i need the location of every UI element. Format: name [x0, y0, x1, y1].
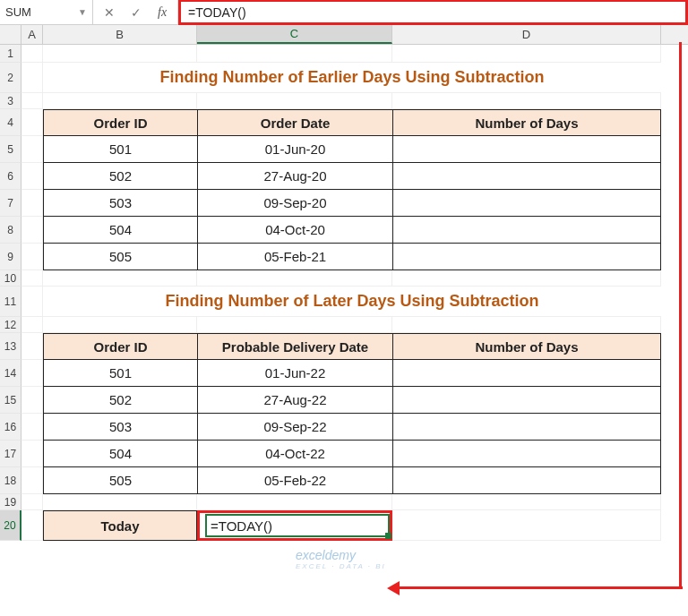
today-label-cell[interactable]: Today: [43, 510, 197, 541]
cell[interactable]: [43, 317, 197, 333]
cell[interactable]: [197, 270, 392, 287]
row-header[interactable]: 18: [0, 467, 22, 494]
enter-icon[interactable]: ✓: [131, 5, 142, 20]
row-header[interactable]: 16: [0, 414, 22, 441]
cell[interactable]: [22, 190, 43, 217]
cell-orderid[interactable]: 503: [43, 414, 197, 441]
fx-icon[interactable]: fx: [158, 5, 167, 20]
cell[interactable]: [22, 93, 43, 109]
cell[interactable]: [392, 63, 661, 93]
cell-orderid[interactable]: 505: [43, 244, 197, 270]
cell[interactable]: [392, 270, 661, 287]
cell[interactable]: [43, 270, 197, 287]
cell-orderdate[interactable]: 27-Aug-20: [197, 163, 392, 190]
cell[interactable]: Finding Number of Later Days Using Subtr…: [43, 287, 197, 317]
cell[interactable]: [22, 109, 43, 136]
row-header[interactable]: 4: [0, 109, 22, 136]
cell-numdays[interactable]: [392, 414, 661, 441]
cell-orderid[interactable]: 502: [43, 387, 197, 414]
cell-numdays[interactable]: [392, 360, 661, 387]
cell[interactable]: [22, 360, 43, 387]
cell-deliverydate[interactable]: 09-Sep-22: [197, 414, 392, 441]
cell-numdays[interactable]: [392, 244, 661, 270]
cell-orderid[interactable]: 503: [43, 190, 197, 217]
cell-orderid[interactable]: 502: [43, 163, 197, 190]
table2-header-orderid[interactable]: Order ID: [43, 333, 197, 360]
cell[interactable]: [197, 287, 392, 317]
cell[interactable]: [197, 45, 392, 63]
table2-header-deliverydate[interactable]: Probable Delivery Date: [197, 333, 392, 360]
cell[interactable]: [43, 93, 197, 109]
cell[interactable]: [43, 45, 197, 63]
row-header[interactable]: 2: [0, 63, 22, 93]
col-header-a[interactable]: A: [22, 25, 43, 44]
row-header[interactable]: 13: [0, 333, 22, 360]
cell[interactable]: [392, 93, 661, 109]
row-header[interactable]: 8: [0, 217, 22, 244]
cell[interactable]: [43, 494, 197, 510]
cell[interactable]: [392, 494, 661, 510]
cell[interactable]: [392, 510, 661, 541]
cell[interactable]: [22, 63, 43, 93]
cell-deliverydate[interactable]: 27-Aug-22: [197, 387, 392, 414]
active-cell-c20[interactable]: =TODAY(): [197, 510, 392, 541]
cell[interactable]: [197, 494, 392, 510]
row-header[interactable]: 15: [0, 387, 22, 414]
cell[interactable]: [22, 494, 43, 510]
cell[interactable]: [392, 287, 661, 317]
cell-orderid[interactable]: 505: [43, 467, 197, 494]
cell[interactable]: [22, 287, 43, 317]
cell-orderid[interactable]: 504: [43, 217, 197, 244]
cell[interactable]: [197, 317, 392, 333]
cell-orderdate[interactable]: 05-Feb-21: [197, 244, 392, 270]
row-header[interactable]: 3: [0, 93, 22, 109]
cell[interactable]: [22, 270, 43, 287]
cell[interactable]: [22, 244, 43, 270]
formula-bar-input[interactable]: =TODAY(): [178, 0, 688, 25]
cell[interactable]: [392, 45, 661, 63]
name-box-dropdown-icon[interactable]: ▼: [78, 7, 87, 17]
row-header[interactable]: 10: [0, 270, 22, 287]
fill-handle[interactable]: [385, 533, 391, 539]
row-header[interactable]: 14: [0, 360, 22, 387]
cell-orderdate[interactable]: 01-Jun-20: [197, 136, 392, 163]
cell-orderid[interactable]: 504: [43, 441, 197, 467]
cell-orderdate[interactable]: 09-Sep-20: [197, 190, 392, 217]
cell-deliverydate[interactable]: 01-Jun-22: [197, 360, 392, 387]
cell-numdays[interactable]: [392, 163, 661, 190]
col-header-c[interactable]: C: [197, 25, 392, 44]
cell[interactable]: [22, 467, 43, 494]
cell[interactable]: [197, 93, 392, 109]
cell[interactable]: [22, 217, 43, 244]
row-header[interactable]: 9: [0, 244, 22, 270]
col-header-b[interactable]: B: [43, 25, 197, 44]
cell[interactable]: [22, 333, 43, 360]
col-header-d[interactable]: D: [392, 25, 661, 44]
row-header[interactable]: 1: [0, 45, 22, 63]
cell[interactable]: [22, 387, 43, 414]
cell-numdays[interactable]: [392, 217, 661, 244]
row-header[interactable]: 17: [0, 441, 22, 467]
cell-deliverydate[interactable]: 04-Oct-22: [197, 441, 392, 467]
cell-orderid[interactable]: 501: [43, 136, 197, 163]
row-header[interactable]: 19: [0, 494, 22, 510]
cell[interactable]: [22, 317, 43, 333]
table2-header-numdays[interactable]: Number of Days: [392, 333, 661, 360]
name-box[interactable]: SUM ▼: [0, 0, 93, 24]
row-header[interactable]: 12: [0, 317, 22, 333]
select-all-corner[interactable]: [0, 25, 22, 44]
cancel-icon[interactable]: ✕: [104, 5, 115, 20]
cell[interactable]: [392, 317, 661, 333]
table1-header-orderid[interactable]: Order ID: [43, 109, 197, 136]
cell-numdays[interactable]: [392, 441, 661, 467]
cell[interactable]: [197, 63, 392, 93]
row-header[interactable]: 20: [0, 510, 22, 541]
cell[interactable]: [22, 441, 43, 467]
cell-numdays[interactable]: [392, 387, 661, 414]
cell[interactable]: [22, 414, 43, 441]
cell[interactable]: [22, 45, 43, 63]
row-header[interactable]: 5: [0, 136, 22, 163]
cell-orderid[interactable]: 501: [43, 360, 197, 387]
cell[interactable]: [22, 136, 43, 163]
row-header[interactable]: 6: [0, 163, 22, 190]
